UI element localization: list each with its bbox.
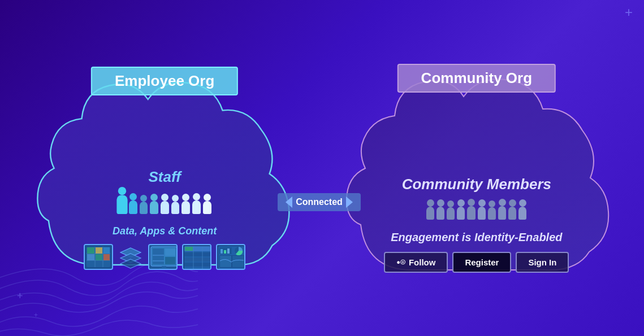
svg-rect-7 [96,247,102,254]
register-button[interactable]: Register [452,252,511,273]
svg-rect-20 [165,257,175,264]
svg-rect-9 [87,254,94,260]
follow-button[interactable]: ●⦾ Follow [384,252,448,273]
svg-rect-39 [227,248,230,254]
connected-label: Connected [296,197,343,207]
person-7 [192,193,201,214]
decorative-plus-bottom-left2: + [34,311,38,319]
connected-arrow: Connected [278,193,361,211]
community-person-4 [457,199,465,220]
person-5 [171,195,179,214]
community-members-label: Community Members [402,176,551,193]
app-icon-screen [148,244,178,270]
svg-rect-6 [87,247,94,254]
svg-marker-14 [120,259,141,268]
employee-cloud-container: Employee Org Staff [29,50,300,287]
community-person-8 [498,199,506,220]
staff-people-row [118,191,211,214]
person-2 [140,195,148,214]
svg-rect-37 [221,249,223,254]
person-4 [161,194,169,214]
sign-in-button[interactable]: Sign In [516,252,569,273]
svg-rect-33 [185,247,193,251]
community-person-6 [478,199,486,220]
app-icons-row [84,244,245,270]
person-leader [117,187,128,214]
svg-rect-24 [159,268,169,270]
register-button-label: Register [465,258,499,267]
community-person-7 [488,200,496,220]
main-layout: Employee Org Staff [0,0,644,336]
community-person-10 [518,199,526,220]
engagement-label: Engagement is Identity-Enabled [391,231,562,244]
community-person-5 [467,199,476,220]
community-person-9 [508,199,516,220]
svg-rect-29 [184,258,211,261]
follow-icon: ●⦾ [396,259,405,266]
svg-rect-11 [103,254,110,260]
svg-rect-30 [184,263,211,267]
person-8 [203,194,211,214]
community-org-label: Community Org [397,64,556,93]
follow-button-label: Follow [409,258,436,267]
community-cloud-container: Community Org Community Members [338,47,615,290]
person-3 [150,194,158,214]
sign-in-button-label: Sign In [528,258,556,267]
svg-rect-42 [220,256,231,267]
arrow-right-icon [346,197,353,208]
app-icon-table [182,244,211,270]
community-person-3 [447,200,455,220]
arrow-left-icon [286,197,292,208]
staff-label: Staff [149,168,181,186]
community-person-1 [426,199,434,220]
app-icon-layers [118,244,144,270]
person-1 [129,193,137,214]
data-apps-label: Data, Apps & Content [113,225,217,237]
connected-area: Connected [278,193,361,211]
decorative-plus-top-right: + [625,5,633,20]
svg-rect-10 [96,254,102,260]
app-icon-chart [216,244,245,270]
svg-rect-19 [165,248,175,256]
app-icon-map [84,244,113,270]
decorative-plus-bottom-left: + [17,290,23,302]
community-person-2 [436,199,444,220]
community-people-row [426,199,526,220]
person-6 [181,194,190,214]
svg-rect-38 [224,250,226,254]
svg-rect-8 [103,247,110,254]
action-buttons-row: ●⦾ Follow Register Sign In [384,252,569,273]
employee-org-label: Employee Org [91,67,238,95]
svg-rect-18 [153,248,164,264]
svg-rect-43 [232,256,244,267]
svg-rect-28 [184,252,211,256]
